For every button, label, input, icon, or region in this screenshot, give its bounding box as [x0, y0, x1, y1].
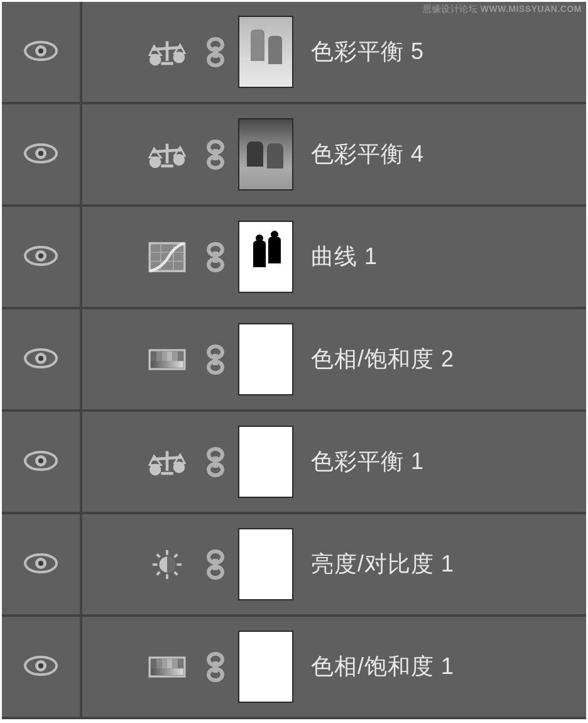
visibility-toggle[interactable]	[2, 104, 82, 204]
eye-icon	[24, 552, 58, 577]
eye-icon	[24, 654, 58, 680]
layer-name-label[interactable]: 曲线 1	[311, 241, 378, 272]
eye-icon	[24, 245, 58, 270]
layer-mask-thumbnail[interactable]	[238, 528, 293, 600]
layer-mask-thumbnail[interactable]	[238, 16, 293, 88]
layer-content[interactable]: 色彩平衡 1	[82, 412, 586, 512]
link-icon[interactable]	[197, 549, 234, 580]
color-balance-icon[interactable]	[145, 446, 189, 478]
layer-name-label[interactable]: 色彩平衡 5	[311, 36, 424, 67]
layer-mask-thumbnail[interactable]	[238, 118, 293, 190]
visibility-toggle[interactable]	[2, 617, 82, 717]
eye-icon	[24, 347, 58, 372]
link-icon[interactable]	[197, 140, 234, 170]
watermark: 思缘设计论坛 WWW.MISSYUAN.COM	[423, 4, 582, 15]
curves-icon[interactable]	[145, 241, 189, 273]
layer-name-label[interactable]: 亮度/对比度 1	[311, 549, 454, 580]
visibility-toggle[interactable]	[2, 412, 82, 512]
hue-saturation-icon[interactable]	[145, 344, 189, 375]
link-icon[interactable]	[197, 242, 234, 272]
visibility-toggle[interactable]	[2, 207, 82, 307]
layer-row[interactable]: 色彩平衡 4	[2, 104, 586, 207]
visibility-toggle[interactable]	[2, 309, 82, 409]
layer-content[interactable]: 色彩平衡 5	[82, 2, 586, 102]
layer-mask-thumbnail[interactable]	[238, 323, 293, 395]
watermark-text-cn: 思缘设计论坛	[423, 4, 477, 14]
layer-name-label[interactable]: 色彩平衡 1	[311, 446, 424, 477]
layer-row[interactable]: 色彩平衡 5	[2, 2, 586, 104]
layer-content[interactable]: 色相/饱和度 1	[82, 617, 586, 717]
layer-name-label[interactable]: 色相/饱和度 1	[311, 651, 454, 682]
visibility-toggle[interactable]	[2, 2, 82, 102]
link-icon[interactable]	[197, 447, 234, 477]
layer-row[interactable]: 色彩平衡 1	[2, 412, 586, 514]
layer-mask-thumbnail[interactable]	[238, 631, 293, 703]
color-balance-icon[interactable]	[145, 139, 189, 170]
visibility-toggle[interactable]	[2, 514, 82, 614]
link-icon[interactable]	[197, 652, 234, 682]
layer-row[interactable]: 亮度/对比度 1	[2, 514, 586, 617]
watermark-text-url: WWW.MISSYUAN.COM	[481, 4, 582, 14]
hue-saturation-icon[interactable]	[145, 651, 189, 683]
layer-name-label[interactable]: 色相/饱和度 2	[311, 344, 454, 375]
eye-icon	[24, 142, 58, 167]
layer-content[interactable]: 色彩平衡 4	[82, 104, 586, 204]
link-icon[interactable]	[197, 37, 234, 67]
layers-panel: 色彩平衡 5色彩平衡 4曲线 1色相/饱和度 2色彩平衡 1亮度/对比度 1色相…	[2, 2, 586, 719]
layer-mask-thumbnail[interactable]	[238, 426, 293, 498]
layer-mask-thumbnail[interactable]	[238, 221, 293, 293]
color-balance-icon[interactable]	[145, 36, 189, 68]
layer-row[interactable]: 色相/饱和度 1	[2, 617, 586, 719]
layer-content[interactable]: 曲线 1	[82, 207, 586, 307]
layer-content[interactable]: 色相/饱和度 2	[82, 309, 586, 409]
brightness-contrast-icon[interactable]	[145, 549, 189, 580]
layer-row[interactable]: 曲线 1	[2, 207, 586, 309]
eye-icon	[24, 450, 58, 475]
layer-content[interactable]: 亮度/对比度 1	[82, 514, 586, 614]
layer-row[interactable]: 色相/饱和度 2	[2, 309, 586, 412]
eye-icon	[24, 40, 58, 65]
layer-name-label[interactable]: 色彩平衡 4	[311, 139, 424, 170]
link-icon[interactable]	[197, 345, 234, 375]
